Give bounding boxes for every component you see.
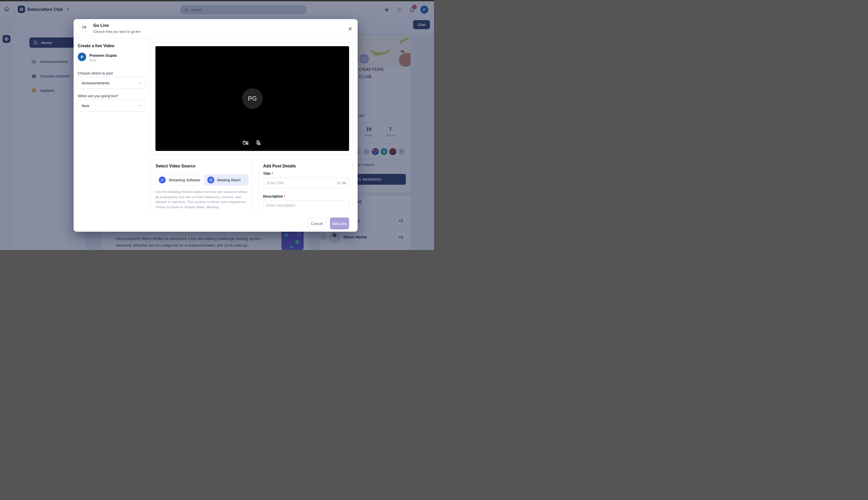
post-destination-value: Announcements (81, 81, 110, 85)
description-label: Description* (263, 194, 285, 198)
add-post-details-heading: Add Post Details (263, 164, 296, 169)
chevron-down-icon (137, 104, 142, 107)
modal-subtitle: Choose how you want to go live (93, 30, 141, 34)
select-video-source-card: Select Video Source Streaming Software M… (151, 159, 252, 211)
meeting-room-description: Use the Meeting Rooms feature to host li… (155, 189, 248, 209)
title-input[interactable] (266, 181, 335, 185)
camera-off-icon[interactable] (243, 139, 249, 146)
app-screen: Bakecrafters Club 1 P (0, 0, 434, 250)
streaming-software-option[interactable]: Streaming Software (155, 174, 203, 185)
title-char-counter: 0 / 50 (337, 181, 346, 185)
modal-header: Go Live Choose how you want to go live (74, 19, 358, 38)
window-top-strip (0, 0, 434, 1)
schedule-select[interactable]: Now (78, 100, 145, 112)
meeting-room-option-selected[interactable]: Meeting Room (204, 174, 249, 185)
chevron-down-icon (137, 81, 142, 85)
video-camera-icon (80, 23, 89, 32)
video-preview-container: PG (151, 42, 353, 155)
where-to-post-label: Choose where to post (78, 71, 113, 75)
camera-icon (207, 177, 214, 183)
close-icon[interactable] (347, 25, 354, 32)
host-role: Host (89, 58, 96, 62)
preview-initials-avatar: PG (242, 88, 263, 109)
required-asterisk: * (284, 194, 285, 198)
go-live-modal: Go Live Choose how you want to go live C… (74, 19, 358, 232)
host-name: Praveen Gupta (89, 53, 117, 58)
mic-off-icon[interactable] (255, 139, 261, 146)
title-field: 0 / 50 (263, 178, 349, 188)
host-avatar: P (78, 53, 86, 61)
key-icon (159, 177, 166, 183)
meeting-room-label: Meeting Room (217, 178, 241, 182)
description-textarea[interactable] (263, 200, 349, 211)
required-asterisk: * (271, 172, 273, 176)
schedule-value: Now (81, 103, 89, 108)
title-label: Title* (263, 172, 273, 176)
go-live-button[interactable]: Go Live (330, 217, 349, 229)
create-live-video-heading: Create a live Video (78, 44, 114, 48)
post-destination-select[interactable]: Announcements (78, 77, 145, 89)
select-video-source-heading: Select Video Source (156, 164, 196, 169)
divider (148, 38, 149, 211)
streaming-software-label: Streaming Software (169, 178, 200, 182)
modal-body: Create a live Video P Praveen Gupta Host… (74, 38, 358, 211)
when-live-label: When are you going live? (78, 94, 119, 98)
video-preview: PG (155, 46, 349, 151)
modal-footer: Cancel Go Live (74, 211, 358, 232)
add-post-details-card: Add Post Details Title* 0 / 50 Descripti… (259, 159, 353, 211)
cancel-button[interactable]: Cancel (308, 217, 326, 229)
modal-title: Go Live (93, 23, 109, 28)
